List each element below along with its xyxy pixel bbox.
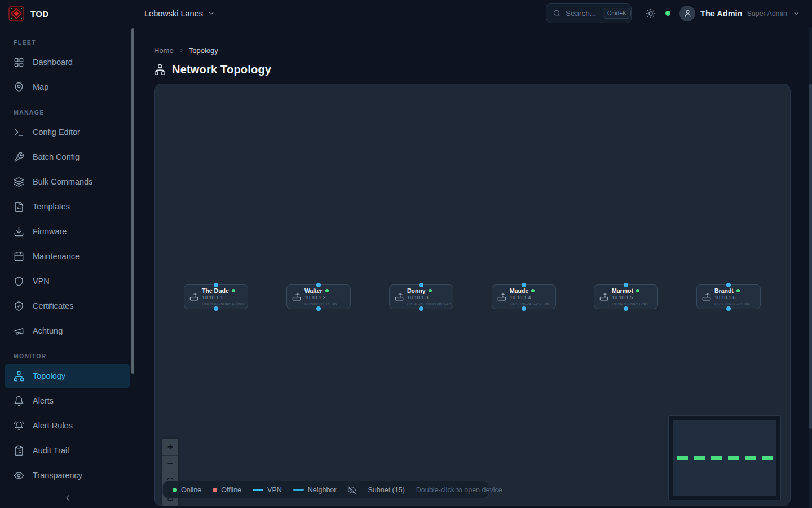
device-model: CRS309-1G-8S+IN [714,302,750,306]
zoom-out-button[interactable]: − [162,456,178,472]
offline-dot [213,488,217,492]
device-name: The Dude [202,288,229,294]
chevron-down-icon [792,9,801,17]
sidebar-item-transparency[interactable]: Transparency [5,463,130,487]
sidebar-item-topology[interactable]: Topology [5,364,130,388]
device-node-walter[interactable]: Walter 10.10.1.2 RB5009UG+S+IN [286,284,351,309]
user-name: The Admin [700,9,742,18]
breadcrumb-home[interactable]: Home [154,46,174,55]
device-ip: 10.10.1.2 [304,295,337,300]
eye-icon [14,470,24,481]
legend-subnet-toggle[interactable] [347,485,356,494]
sidebar-item-templates[interactable]: Templates [5,194,130,219]
org-name: Lebowski Lanes [144,9,203,18]
legend-hint-text: Double-click to open device [416,486,502,494]
device-node-donny[interactable]: Donny 10.10.1.3 C52iG-5HaxD2HaxD-US [389,284,453,309]
sidebar-item-audit-trail[interactable]: Audit Trail [5,438,130,463]
device-node-brandt[interactable]: Brandt 10.10.1.6 CRS309-1G-8S+IN [696,284,761,309]
layers-icon [14,177,24,187]
sidebar-item-alert-rules[interactable]: Alert Rules [5,413,130,438]
node-handle-bottom[interactable] [419,306,423,311]
sidebar-item-vpn[interactable]: VPN [5,269,130,294]
sidebar-item-alerts[interactable]: Alerts [5,388,130,413]
node-handle-top[interactable] [419,283,423,287]
sidebar-item-batch-config[interactable]: Batch Config [5,144,130,169]
sidebar-collapse-button[interactable] [0,487,135,508]
nav-section-manage: MANAGE Config Editor Batch Config Bulk C… [0,105,135,343]
device-model: CRS326-24G-2S+RM [510,302,550,306]
sidebar-item-firmware[interactable]: Firmware [5,219,130,244]
minimap-node [711,456,722,460]
bell-ring-icon [14,421,24,431]
sidebar-item-maintenance[interactable]: Maintenance [5,244,130,269]
eye-off-icon [347,485,356,494]
sidebar-item-label: VPN [33,277,50,286]
sidebar-item-label: Bulk Commands [33,177,92,186]
terminal-icon [14,127,24,138]
legend-subnet-count: Subnet (15) [368,486,404,494]
device-name: Brandt [714,288,734,294]
topbar: Lebowski Lanes Cmd+K The Admin Super Adm… [135,0,812,27]
device-name: Walter [304,288,323,294]
zoom-in-button[interactable]: + [162,439,178,456]
status-dot-online [232,289,235,292]
legend-bar: Online Offline VPN Neighbor [162,481,489,498]
sidebar-scrollbar[interactable] [131,28,134,374]
avatar[interactable] [679,6,695,21]
topology-canvas[interactable]: The Dude 10.10.1.1 RBD53iG-5HacD2HnD Wal… [154,84,791,506]
router-icon [292,292,301,301]
node-handle-top[interactable] [726,283,731,287]
sidebar-item-bulk-commands[interactable]: Bulk Commands [5,169,130,194]
device-node-maude[interactable]: Maude 10.10.1.4 CRS326-24G-2S+RM [492,284,556,309]
node-handle-top[interactable] [214,283,218,287]
online-dot [173,488,177,492]
node-handle-top[interactable] [316,283,321,287]
theme-toggle-button[interactable] [646,8,656,19]
sidebar-item-label: Maintenance [33,252,80,261]
sidebar-item-label: Templates [33,202,70,211]
network-icon [154,64,166,76]
chevron-right-icon [178,47,185,54]
node-text: Walter 10.10.1.2 RB5009UG+S+IN [304,288,337,306]
main-area: Lebowski Lanes Cmd+K The Admin Super Adm… [135,0,812,508]
connection-status-dot [665,11,670,16]
device-node-the-dude[interactable]: The Dude 10.10.1.1 RBD53iG-5HacD2HnD [184,284,248,309]
node-handle-top[interactable] [522,283,526,287]
device-name: Maude [510,288,528,294]
node-handle-bottom[interactable] [726,306,731,311]
device-model: C52iG-5HaxD2HaxD-US [407,302,452,306]
sidebar-item-certificates[interactable]: Certificates [5,294,130,318]
shield-icon [14,276,24,287]
minimap-node [694,456,705,460]
sidebar-item-achtung[interactable]: Achtung [5,318,130,343]
content: Home Topology Network Topology The Dude … [135,27,812,506]
sidebar-item-label: Firmware [33,227,67,236]
sidebar-item-config-editor[interactable]: Config Editor [5,120,130,144]
node-handle-top[interactable] [624,283,628,287]
legend-label: Subnet (15) [368,486,404,494]
minimap-node [728,456,739,460]
sidebar-item-label: Alert Rules [33,421,73,430]
device-ip: 10.10.1.3 [407,295,452,300]
org-switcher[interactable]: Lebowski Lanes [144,9,215,18]
minimap[interactable] [668,415,781,500]
sidebar-item-dashboard[interactable]: Dashboard [5,50,130,75]
page-scrollbar[interactable] [809,27,812,508]
node-handle-bottom[interactable] [316,306,321,311]
node-text: The Dude 10.10.1.1 RBD53iG-5HacD2HnD [202,288,244,306]
device-node-marmot[interactable]: Marmot 10.10.1.5 RBcAPGi-5acD2nD [594,284,658,309]
sidebar-item-label: Audit Trail [33,446,69,455]
node-handle-bottom[interactable] [214,306,218,311]
breadcrumb: Home Topology [154,46,812,55]
megaphone-icon [14,326,24,336]
minimap-node [745,456,756,460]
page-scrollbar-thumb[interactable] [809,84,812,429]
sidebar-item-map[interactable]: Map [5,75,130,99]
user-menu-button[interactable] [792,9,801,17]
search-input[interactable] [566,9,598,17]
node-handle-bottom[interactable] [624,306,628,311]
legend-offline: Offline [213,486,241,494]
device-ip: 10.10.1.5 [612,295,648,300]
node-handle-bottom[interactable] [522,306,526,311]
search-box[interactable]: Cmd+K [546,3,632,23]
